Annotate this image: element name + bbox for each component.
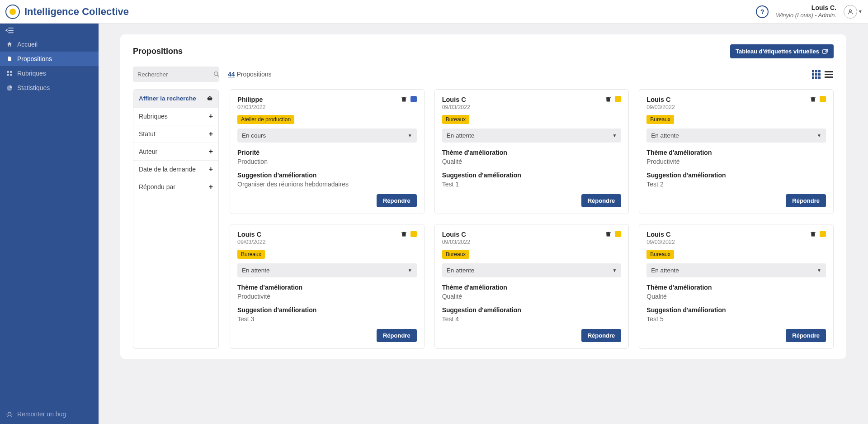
chevron-down-icon: ▼ — [408, 268, 412, 273]
count-line: 44 Propositions — [228, 71, 272, 78]
field-label: Thème d'amélioration — [646, 149, 826, 156]
card-date: 09/03/2022 — [237, 239, 266, 245]
filter-row[interactable]: Auteur+ — [133, 143, 218, 160]
card-author: Louis C — [442, 96, 471, 103]
delete-button[interactable] — [401, 96, 407, 102]
virtual-board-button[interactable]: Tableau d'étiquettes virtuelles — [730, 44, 834, 58]
status-value: En attente — [242, 267, 270, 274]
sidebar-item-statistiques[interactable]: Statistiques — [0, 81, 99, 95]
filters-reset-button[interactable] — [207, 95, 213, 102]
page-title: Propositions — [133, 47, 183, 56]
search-icon — [213, 71, 220, 77]
search-input-wrap[interactable] — [133, 67, 219, 82]
filter-label: Statut — [139, 130, 156, 138]
filter-row[interactable]: Répondu par+ — [133, 178, 218, 195]
plus-icon: + — [209, 148, 213, 156]
respond-button[interactable]: Répondre — [581, 194, 622, 207]
field-label: Suggestion d'amélioration — [646, 306, 826, 314]
delete-button[interactable] — [401, 231, 407, 237]
field-value: Test 3 — [237, 315, 417, 323]
card-date: 09/03/2022 — [442, 239, 471, 245]
status-select[interactable]: En attente▼ — [646, 129, 826, 143]
plus-icon: + — [209, 112, 213, 120]
card-author: Louis C — [442, 231, 471, 238]
field-label: Thème d'amélioration — [646, 284, 826, 291]
svg-rect-4 — [10, 74, 12, 76]
chevron-down-icon: ▼ — [817, 133, 821, 138]
search-input[interactable] — [137, 71, 213, 78]
field-value: Qualité — [646, 293, 826, 300]
field-label: Suggestion d'amélioration — [237, 306, 417, 314]
respond-button[interactable]: Répondre — [581, 329, 622, 342]
delete-button[interactable] — [605, 231, 611, 237]
status-value: En attente — [447, 132, 475, 139]
status-select[interactable]: En attente▼ — [237, 263, 417, 277]
field-label: Priorité — [237, 149, 417, 156]
respond-button[interactable]: Répondre — [377, 194, 417, 207]
filter-row[interactable]: Rubriques+ — [133, 107, 218, 125]
user-menu[interactable]: ▼ — [844, 5, 863, 19]
field-value: Production — [237, 158, 417, 165]
field-value: Qualité — [442, 158, 622, 165]
plus-icon: + — [209, 130, 213, 138]
toolbar: 44 Propositions — [133, 67, 834, 82]
respond-button[interactable]: Répondre — [786, 329, 826, 342]
grid-view-button[interactable] — [811, 69, 821, 79]
plus-icon: + — [209, 165, 213, 173]
status-select[interactable]: En attente▼ — [646, 263, 826, 277]
field-value: Productivité — [646, 158, 826, 165]
sidebar-item-propositions[interactable]: Propositions — [0, 52, 99, 66]
file-icon — [6, 56, 13, 62]
brand[interactable]: Intelligence Collective — [5, 5, 129, 19]
respond-button[interactable]: Répondre — [786, 194, 826, 207]
external-icon — [822, 48, 828, 55]
home-icon — [6, 41, 13, 48]
plus-icon: + — [209, 183, 213, 191]
proposition-card: Louis C09/03/2022BureauxEn attente▼Thème… — [639, 224, 834, 349]
filter-row[interactable]: Date de la demande+ — [133, 160, 218, 178]
status-select[interactable]: En attente▼ — [442, 129, 622, 143]
status-select[interactable]: En attente▼ — [442, 263, 622, 277]
brand-title: Intelligence Collective — [24, 6, 129, 18]
status-select[interactable]: En cours▼ — [237, 129, 417, 143]
list-view-button[interactable] — [824, 69, 834, 79]
grid-icon — [6, 70, 13, 76]
field-label: Suggestion d'amélioration — [442, 172, 622, 179]
status-chip — [820, 96, 826, 102]
chevron-down-icon: ▼ — [612, 133, 617, 138]
filter-label: Rubriques — [139, 113, 168, 120]
delete-button[interactable] — [810, 96, 816, 102]
help-button[interactable]: ? — [756, 5, 769, 18]
topbar: Intelligence Collective ? Louis C. Winyl… — [0, 0, 868, 24]
status-chip — [615, 231, 621, 237]
delete-button[interactable] — [605, 96, 611, 102]
count-label: Propositions — [236, 71, 271, 78]
sidebar-item-accueil[interactable]: Accueil — [0, 37, 99, 52]
report-bug-link[interactable]: Remonter un bug — [0, 404, 99, 424]
field-label: Thème d'amélioration — [237, 284, 417, 291]
status-value: En attente — [651, 267, 679, 274]
delete-button[interactable] — [810, 231, 816, 237]
sidebar-collapse-button[interactable] — [0, 24, 99, 37]
card-date: 09/03/2022 — [646, 104, 675, 110]
list-icon — [825, 71, 833, 78]
chevron-down-icon: ▼ — [408, 133, 412, 138]
sidebar-nav: AccueilPropositionsRubriquesStatistiques — [0, 37, 99, 95]
filter-row[interactable]: Statut+ — [133, 125, 218, 143]
chevron-down-icon: ▼ — [858, 9, 863, 14]
category-tag: Bureaux — [442, 115, 470, 124]
report-bug-label: Remonter un bug — [17, 410, 66, 418]
status-chip — [615, 96, 621, 102]
count-number[interactable]: 44 — [228, 71, 235, 78]
proposition-card: Louis C09/03/2022BureauxEn attente▼Thème… — [434, 89, 629, 214]
sidebar-item-rubriques[interactable]: Rubriques — [0, 66, 99, 81]
sidebar-item-label: Propositions — [17, 55, 52, 62]
respond-button[interactable]: Répondre — [377, 329, 417, 342]
view-toggle — [811, 69, 834, 79]
field-value: Productivité — [237, 293, 417, 300]
category-tag: Bureaux — [442, 250, 470, 259]
user-block: Louis C. Winylo (Louis) - Admin. — [776, 4, 836, 19]
status-value: En attente — [447, 267, 475, 274]
card-date: 09/03/2022 — [442, 104, 471, 110]
grid-icon — [812, 70, 821, 79]
